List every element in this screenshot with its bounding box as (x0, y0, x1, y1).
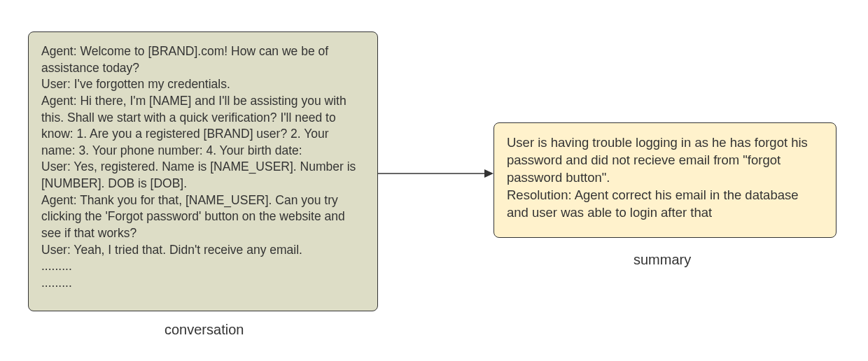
conversation-box: Agent: Welcome to [BRAND].com! How can w… (28, 31, 378, 311)
conversation-line: User: Yes, registered. Name is [NAME_USE… (41, 159, 365, 192)
conversation-line: Agent: Welcome to [BRAND].com! How can w… (41, 43, 365, 76)
conversation-line: User: Yeah, I tried that. Didn't receive… (41, 242, 365, 259)
svg-marker-1 (484, 169, 493, 178)
arrow-icon (378, 167, 493, 180)
summary-content: User is having trouble logging in as he … (507, 134, 823, 222)
conversation-line: Agent: Thank you for that, [NAME_USER]. … (41, 192, 365, 242)
conversation-line: Agent: Hi there, I'm [NAME] and I'll be … (41, 93, 365, 160)
summary-label: summary (634, 252, 691, 268)
conversation-content: Agent: Welcome to [BRAND].com! How can w… (41, 43, 365, 291)
conversation-line: ......... (41, 275, 365, 292)
conversation-line: User: I've forgotten my credentials. (41, 76, 365, 93)
conversation-line: ......... (41, 258, 365, 275)
summary-box: User is having trouble logging in as he … (493, 122, 836, 238)
conversation-label: conversation (164, 322, 244, 338)
